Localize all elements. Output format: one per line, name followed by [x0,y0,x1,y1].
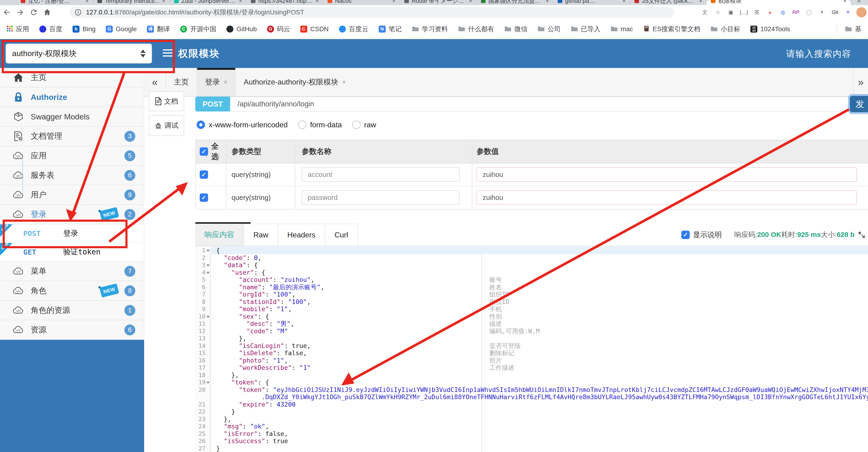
bookmark-item[interactable]: 基 [837,25,862,33]
sidebar-api-post[interactable]: NEWPOST登录 [0,224,144,243]
bookmark-item[interactable]: mac [611,25,633,33]
param-name-input[interactable]: password [302,190,460,205]
bookmark-item[interactable]: CCSDN [300,25,329,33]
address-bar[interactable]: 127.0.0.1:8760/api/gate/doc.html#/author… [70,7,674,18]
bookmark-item[interactable]: 学习资料 [412,25,448,33]
response-tab-响应内容[interactable]: 响应内容 [195,224,244,246]
radio-raw[interactable] [352,120,361,129]
bookmark-item[interactable]: 百度 [39,25,62,33]
project-select[interactable]: authority-权限模块 [6,44,152,63]
sidebar-item-6[interactable]: API用户9 [0,185,144,205]
avatar[interactable] [857,7,867,18]
bookmark-item[interactable]: GGoogle [106,25,137,33]
sidebar-item-8[interactable]: API菜单7 [0,262,144,281]
param-checkbox[interactable]: ✓ [200,170,208,179]
tab-close-icon[interactable]: × [546,0,549,4]
browser-tab[interactable]: Zuul - JumpServer…× [170,0,246,5]
sidebar-item-5[interactable]: API服务表6 [0,166,144,185]
param-checkbox[interactable]: ✓ [200,193,208,202]
new-tab-button[interactable]: + [851,0,867,4]
ext-o-icon[interactable]: ◯ [804,8,814,17]
browser-tab[interactable]: JS文件迁入 (pack…× [630,0,707,5]
sidebar-item-11[interactable]: API资源6 [0,320,144,340]
bookmark-item[interactable]: bBing [72,25,96,33]
translate-icon[interactable]: 文 [700,8,710,17]
sidebar-item-1[interactable]: Authorize [0,87,144,107]
bookmark-item[interactable]: 微信 [504,25,527,33]
back-icon[interactable] [0,6,13,19]
bookmark-item[interactable]: 已导入 [571,25,600,33]
expand-icon[interactable] [858,231,866,239]
fold-icon[interactable] [207,264,210,266]
fold-icon[interactable] [207,272,210,274]
browser-tab[interactable]: 国家级区分元法提…× [476,0,553,5]
forward-icon[interactable] [13,6,27,19]
browser-tab[interactable]: https://342487.http…× [246,0,323,5]
ext-rp-icon[interactable]: RP [791,8,801,17]
param-value-input[interactable]: zuihou [476,190,857,205]
browser-tab[interactable]: 权限模块× [707,0,851,5]
sidebar-item-4[interactable]: API应用5 [0,146,144,166]
ext-globe-icon[interactable]: ◍ [778,8,787,17]
ext-translate-icon[interactable]: 英 [752,8,762,17]
browser-tab[interactable]: Nacos× [323,0,400,5]
bookmark-star-icon[interactable]: ☆ [713,8,722,17]
sidebar-item-7[interactable]: API登录NEW2 [0,205,144,224]
send-button[interactable]: 发 [850,96,868,112]
reload-icon[interactable] [27,6,40,19]
tab-close-icon[interactable]: × [239,0,242,4]
sidebar-item-3[interactable]: 文档管理3 [0,126,144,146]
site-info-icon[interactable] [74,9,82,16]
response-tab-Curl[interactable]: Curl [325,224,358,246]
browser-tab[interactable]: github pa…× [553,0,630,5]
ext-asterisk-icon[interactable]: ✳ [843,8,852,17]
bookmark-item[interactable]: G码云 [267,25,290,33]
tab-close-icon[interactable]: × [162,0,165,4]
ext-shield-icon[interactable]: ▼ [817,8,827,17]
fold-icon[interactable] [207,316,210,318]
browser-tab[interactable]: Route 带イメージ…× [400,0,476,5]
tab-close-icon[interactable]: × [622,0,626,4]
response-tab-Headers[interactable]: Headers [278,224,325,246]
menu-icon[interactable] [163,49,173,58]
sidebar-item-0[interactable]: 主页 [0,68,144,87]
bookmark-item[interactable]: 公司 [538,25,561,33]
browser-tab[interactable]: Temporary Interacti…× [93,0,170,5]
bookmark-item[interactable]: 10241024Tools [750,25,790,33]
bookmark-item[interactable]: 小目标 [711,25,740,33]
overflow-tabs-button[interactable]: » [853,68,868,96]
tab-debug[interactable]: 调试 [149,115,184,136]
param-name-input[interactable]: account [302,167,460,182]
radio-x-www-form-urlencoded[interactable] [197,120,205,129]
ext-screenshot-icon[interactable]: ▣ [726,8,736,17]
tab-close-icon[interactable]: × [224,79,227,86]
browser-tab[interactable]: 互亿 - 注册/登…× [16,0,93,5]
bookmark-item[interactable]: N笔记 [379,25,402,33]
tab-doc[interactable]: 文档 [149,91,184,111]
tab-close-icon[interactable]: × [843,0,847,4]
response-editor[interactable]: 1234567891011121314151617181920212223242… [195,247,868,452]
ext-gitzip-icon[interactable]: Git [830,8,840,17]
ext-json-icon[interactable]: {…} [739,8,748,17]
tab-close-icon[interactable]: × [342,79,346,86]
tab-close-icon[interactable]: × [85,0,89,4]
param-value-input[interactable]: zuihou [476,167,857,182]
bookmark-item[interactable]: 什么都有 [458,25,494,33]
home-icon[interactable] [40,6,54,19]
sidebar-item-2[interactable]: Swagger Models [0,107,144,126]
fold-icon[interactable] [207,382,210,384]
tab-登录[interactable]: 登录× [197,68,235,96]
sidebar-item-9[interactable]: API角色NEW8 [0,281,144,301]
bookmark-item[interactable]: ES搜索引擎文档 [643,25,701,33]
tab-close-icon[interactable]: × [469,0,472,4]
sidebar-item-10[interactable]: API角色的资源1 [0,301,144,320]
bookmark-item[interactable]: C开源中国 [180,25,216,33]
tab-close-icon[interactable]: × [699,0,703,4]
tab-close-icon[interactable]: × [315,0,319,4]
bookmark-item[interactable]: 译翻译 [147,25,170,33]
select-all-checkbox[interactable]: ✓ [200,147,208,156]
response-tab-Raw[interactable]: Raw [244,224,278,246]
bookmark-item[interactable]: GitHub [226,25,257,33]
search-input[interactable]: 请输入搜索内容 [786,48,851,60]
show-desc-checkbox[interactable]: ✓ [681,231,690,239]
